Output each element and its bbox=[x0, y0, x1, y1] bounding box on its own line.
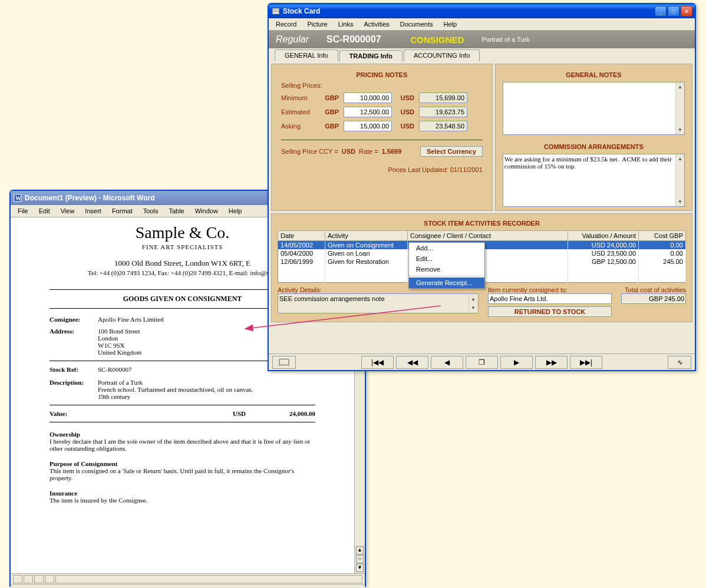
menu-generate-receipt[interactable]: Generate Receipt... bbox=[409, 278, 484, 288]
menu-remove[interactable]: Remove bbox=[409, 264, 484, 275]
nav-prev-button[interactable]: ◀ bbox=[431, 356, 463, 369]
select-currency-button[interactable]: Select Currency bbox=[420, 146, 483, 157]
browse-obj-icon[interactable]: ○ bbox=[356, 555, 364, 563]
nav-fastfwd-button[interactable]: ▶▶ bbox=[535, 356, 568, 369]
value-amount: 24,000.00 bbox=[268, 410, 315, 417]
menu-activities[interactable]: Activities bbox=[359, 19, 394, 29]
nav-fastback-button[interactable]: ◀◀ bbox=[396, 356, 428, 369]
returned-to-stock-button[interactable]: RETURNED TO STOCK bbox=[488, 306, 612, 317]
th-activity[interactable]: Activity bbox=[325, 231, 408, 241]
description-value: Portrait of a Turk French school. Turban… bbox=[98, 379, 315, 400]
menu-edit[interactable]: Edit... bbox=[409, 253, 484, 264]
nav-next-button[interactable]: ▶ bbox=[500, 356, 533, 369]
browse-up-icon[interactable]: ▲ bbox=[356, 546, 364, 554]
description-label: Description: bbox=[50, 379, 98, 400]
context-menu: Add... Edit... Remove Generate Receipt..… bbox=[408, 242, 485, 289]
header-code: SC-R000007 bbox=[326, 34, 381, 45]
close-button[interactable]: × bbox=[681, 6, 692, 16]
scrollbar[interactable]: ▲▼ bbox=[469, 295, 477, 312]
menu-help[interactable]: Help bbox=[224, 206, 247, 216]
menu-view[interactable]: View bbox=[56, 206, 80, 216]
rate-prefix: Selling Price CCY = bbox=[281, 148, 338, 155]
commission-input[interactable] bbox=[503, 154, 685, 207]
total-cost-value bbox=[621, 293, 686, 304]
word-hscrollbar[interactable] bbox=[11, 573, 365, 584]
nav-last-button[interactable]: ▶▶| bbox=[570, 356, 602, 369]
view-normal-icon[interactable] bbox=[13, 575, 22, 583]
last-updated-label: Prices Last Updated: bbox=[388, 166, 450, 173]
asking-usd-input bbox=[419, 121, 467, 131]
view-outline-icon[interactable] bbox=[45, 575, 54, 583]
estimated-gbp-input[interactable] bbox=[344, 107, 392, 117]
view-print-icon[interactable] bbox=[34, 575, 44, 583]
menu-add[interactable]: Add... bbox=[409, 243, 484, 253]
menu-file[interactable]: File bbox=[13, 206, 33, 216]
asking-label: Asking bbox=[281, 123, 316, 130]
menu-picture[interactable]: Picture bbox=[302, 19, 332, 29]
estimated-label: Estimated bbox=[281, 108, 316, 115]
general-notes-input[interactable] bbox=[503, 82, 685, 135]
tab-trading[interactable]: TRADING Info bbox=[339, 50, 403, 62]
header-consigned: CONSIGNED bbox=[411, 35, 464, 45]
view-web-icon[interactable] bbox=[24, 575, 33, 583]
menu-table[interactable]: Table bbox=[164, 206, 189, 216]
activity-details-input[interactable]: SEE commission arrangements note ▲▼ bbox=[278, 293, 479, 313]
consigned-to-input[interactable] bbox=[488, 293, 612, 304]
menu-insert[interactable]: Insert bbox=[80, 206, 106, 216]
svg-text:W: W bbox=[15, 195, 21, 201]
tabstrip: GENERAL Info TRADING Info ACCOUNTING Inf… bbox=[269, 48, 695, 61]
th-valuation[interactable]: Valuation / Amount bbox=[568, 231, 639, 241]
word-statusbar: Page 1 Sec 1 1/1 At 5.1cm Ln 1 Col 1 REC… bbox=[11, 584, 365, 588]
rate-value: 1.5699 bbox=[382, 148, 402, 155]
menu-links[interactable]: Links bbox=[334, 19, 358, 29]
menu-tools[interactable]: Tools bbox=[138, 206, 163, 216]
purpose-text: This item is consigned on a 'Sale or Ret… bbox=[50, 467, 315, 481]
nav-first-button[interactable]: |◀◀ bbox=[361, 356, 394, 369]
general-notes-title: GENERAL NOTES bbox=[503, 68, 685, 82]
estimated-usd-input bbox=[419, 107, 467, 117]
activities-panel: STOCK ITEM ACTIVITIES RECORDER Date Acti… bbox=[271, 213, 692, 322]
scrollbar[interactable]: ▲▼ bbox=[675, 154, 684, 206]
menu-window[interactable]: Window bbox=[190, 206, 223, 216]
stock-icon bbox=[271, 6, 281, 16]
selling-prices-label: Selling Prices: bbox=[281, 82, 483, 89]
nav-window-button[interactable]: ❐ bbox=[466, 356, 498, 369]
th-cost[interactable]: Cost GBP bbox=[639, 231, 686, 241]
menu-format[interactable]: Format bbox=[107, 206, 137, 216]
stock-body: PRICING NOTES Selling Prices: Minimum GB… bbox=[269, 61, 695, 354]
tab-general[interactable]: GENERAL Info bbox=[275, 49, 338, 61]
book-icon[interactable] bbox=[272, 356, 296, 369]
signature-icon[interactable]: ∿ bbox=[668, 356, 691, 369]
maximize-button[interactable]: □ bbox=[668, 6, 679, 16]
stockref-label: Stock Ref: bbox=[50, 366, 98, 373]
menu-record[interactable]: Record bbox=[271, 19, 301, 29]
consignee-label: Consignee: bbox=[50, 316, 98, 323]
stock-titlebar[interactable]: Stock Card _ □ × bbox=[269, 4, 695, 18]
minimize-button[interactable]: _ bbox=[655, 6, 667, 16]
th-date[interactable]: Date bbox=[278, 231, 325, 241]
browse-down-icon[interactable]: ▼ bbox=[356, 564, 364, 572]
ownership-heading: Ownership bbox=[50, 431, 315, 438]
menu-edit[interactable]: Edit bbox=[34, 206, 55, 216]
value-label: Value: bbox=[50, 410, 98, 417]
menu-help[interactable]: Help bbox=[438, 19, 461, 29]
purpose-heading: Purpose of Consignment bbox=[50, 460, 315, 467]
value-ccy: USD bbox=[233, 410, 268, 417]
insurance-text: The item is insured by the Consignee. bbox=[50, 497, 315, 504]
consigned-to-label: Item currently consigned to: bbox=[488, 286, 612, 293]
address-label: Address: bbox=[50, 328, 98, 356]
stock-title: Stock Card bbox=[283, 7, 655, 15]
insurance-heading: Insurance bbox=[50, 490, 315, 497]
tab-accounting[interactable]: ACCOUNTING Info bbox=[404, 49, 480, 61]
minimum-label: Minimum bbox=[281, 94, 316, 101]
asking-gbp-input[interactable] bbox=[344, 121, 392, 131]
th-contact[interactable]: Consignee / Client / Contact bbox=[408, 231, 568, 241]
header-regular: Regular bbox=[276, 34, 309, 45]
minimum-gbp-input[interactable] bbox=[344, 93, 392, 103]
svg-rect-2 bbox=[272, 8, 279, 14]
record-navbar: |◀◀ ◀◀ ◀ ❐ ▶ ▶▶ ▶▶| ∿ bbox=[269, 354, 695, 370]
scrollbar[interactable]: ▲▼ bbox=[675, 82, 684, 134]
menu-documents[interactable]: Documents bbox=[395, 19, 438, 29]
minimum-usd-input bbox=[419, 93, 467, 103]
stock-card-window: Stock Card _ □ × Record Picture Links Ac… bbox=[268, 3, 696, 371]
